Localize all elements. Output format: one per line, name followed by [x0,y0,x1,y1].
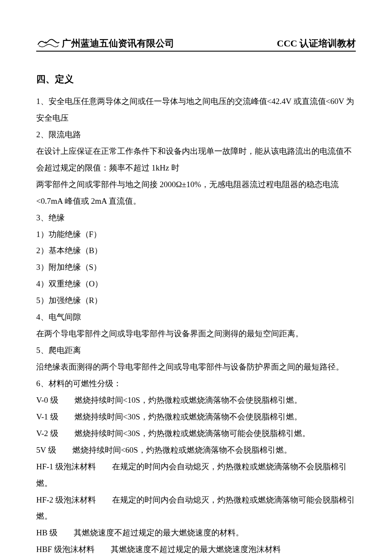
section-title: 四、定义 [36,73,356,86]
body-line: V-2 级 燃烧持续时间<30S，灼热微粒或燃烧滴落物可能会使脱脂棉引燃。 [36,425,356,442]
body-line: V-0 级 燃烧持续时间<10S，灼热微粒或燃烧滴落物不会使脱脂棉引燃。 [36,392,356,409]
body-line: 4、电气间隙 [36,309,356,326]
body-line: HB 级 其燃烧速度不超过规定的最大燃烧速度的材料。 [36,525,356,541]
body-line: 4）双重绝缘（O） [36,276,356,292]
page-header: W 广州蓝迪五仙资讯有限公司 CCC 认证培训教材 [36,36,356,52]
body-line: 5V 级 燃烧持续时间<60S，灼热微粒或燃烧滴落物不会脱脂棉引燃。 [36,442,356,459]
header-left: W 广州蓝迪五仙资讯有限公司 [36,36,174,50]
body-line: 3）附加绝缘（S） [36,259,356,276]
body-line: 两零部件之间或零部件与地之间接 2000Ω±10%，无感电阻器流过程电阻器的稳态… [36,176,356,210]
body-line: 在两个导电零部件之间或导电零部件与设备界面之间测得的最短空间距离。 [36,326,356,342]
body-line: HF-1 级泡沫材料 在规定的时间内会自动熄灭，灼热微粒或燃烧滴落物不会脱脂棉引… [36,459,356,492]
body-content: 1、安全电压任意两导体之间或任一导体与地之间电压的交流峰值<42.4V 或直流值… [36,93,356,555]
body-line: 1、安全电压任意两导体之间或任一导体与地之间电压的交流峰值<42.4V 或直流值… [36,93,356,127]
body-line: 1）功能绝缘（F） [36,226,356,243]
body-line: 5、爬电距离 [36,342,356,359]
company-logo-icon: W [36,36,61,49]
body-line: 5）加强绝缘（R） [36,292,356,309]
company-name: 广州蓝迪五仙资讯有限公司 [62,37,174,50]
body-line: 沿绝缘表面测得的两个导电零部件之间或导电零部件与设备防护界面之间的最短路径。 [36,359,356,376]
body-line: 3、绝缘 [36,210,356,226]
body-line: HBF 级泡沫材料 其燃烧速度不超过规定的最大燃烧速度泡沫材料 [36,541,356,555]
body-line: 2）基本绝缘（B） [36,243,356,259]
body-line: 6、材料的可燃性分级： [36,376,356,392]
body-line: 在设计上应保证在正常工作条件下和设备内出现单一故障时，能从该电路流出的电流值不会… [36,143,356,176]
body-line: 2、限流电路 [36,127,356,143]
doc-title: CCC 认证培训教材 [277,37,356,50]
body-line: V-1 级 燃烧持续时间<30S，灼热微粒或燃烧滴落物不会使脱脂棉引燃。 [36,409,356,425]
body-line: HF-2 级泡沫材料 在规定的时间内会自动熄灭，灼热微粒或燃烧滴落物可能会脱脂棉… [36,492,356,525]
